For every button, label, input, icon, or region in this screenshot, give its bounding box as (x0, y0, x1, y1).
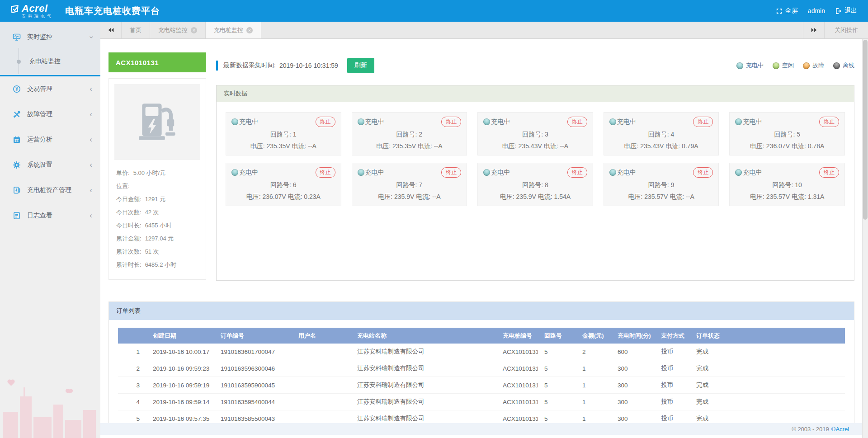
sidebar-item-label: 充电桩资产管理 (27, 186, 90, 194)
legend-label: 离线 (843, 61, 854, 70)
sidebar-item-operation-analysis[interactable]: 运营分析‹ (0, 127, 100, 152)
orders-cell: 2 (118, 360, 146, 377)
sidebar-item-transaction-mgmt[interactable]: ¥交易管理‹ (0, 76, 100, 102)
legend-label: 故障 (812, 61, 824, 70)
asset-icon (13, 186, 21, 194)
circuit-status-label: 充电中 (617, 118, 636, 126)
terminate-button[interactable]: 终止 (567, 117, 587, 127)
terminate-button[interactable]: 终止 (316, 167, 335, 178)
circuit-status-label: 充电中 (239, 118, 258, 126)
orders-cell: 江苏安科瑞制造有限公司 (350, 360, 496, 377)
station-id-header: ACX1010131 (108, 52, 206, 72)
stat-value: 6455 小时 (145, 219, 172, 232)
brand-link[interactable]: ©Acrel (831, 426, 849, 433)
circuit-status-label: 充电中 (365, 118, 384, 126)
station-info-box: 单价:5.00 小时/元位置:今日金额:1291 元今日次数:42 次今日时长:… (108, 78, 206, 280)
circuit-number: 回路号: 10 (735, 181, 839, 189)
orders-table: 创建日期订单编号用户名充电站名称充电桩编号回路号金额(元)充电时间(分)支付方式… (118, 328, 845, 423)
tabs-scroll-right-button[interactable] (803, 22, 824, 38)
orders-cell: 完成 (689, 360, 845, 377)
circuit-voltage-current: 电压: 235.57V 电流: 1.31A (735, 193, 839, 201)
terminate-button[interactable]: 终止 (693, 117, 713, 127)
orders-column-header: 回路号 (538, 328, 576, 344)
circuit-status-label: 充电中 (239, 169, 258, 177)
orders-cell: 2019-10-16 09:59:19 (146, 377, 214, 394)
circuit-voltage-current: 电压: 236.07V 电流: 0.78A (735, 142, 839, 151)
orders-cell: 1910163595400044 (214, 394, 292, 410)
top-section: ACX1010131 (108, 52, 854, 281)
terminate-button[interactable]: 终止 (441, 117, 461, 127)
circuit-card-top: 充电中终止 (231, 167, 335, 178)
circuit-number: 回路号: 8 (483, 181, 587, 189)
sidebar-item-label: 实时监控 (27, 33, 90, 41)
sidebar-item-fault-mgmt[interactable]: 故障管理‹ (0, 102, 100, 127)
circuit-card-top: 充电中终止 (609, 167, 713, 178)
double-right-arrow-icon (811, 28, 817, 33)
charging-status-dot (609, 118, 616, 125)
terminate-button[interactable]: 终止 (567, 167, 587, 178)
circuit-card: 充电中终止回路号: 7电压: 235.9V 电流: --A (352, 163, 467, 206)
tab-label: 首页 (130, 26, 142, 34)
stat-label: 累计次数: (116, 245, 142, 258)
orders-cell: 2 (576, 344, 611, 360)
circuit-number: 回路号: 5 (735, 131, 839, 139)
username[interactable]: admin (808, 7, 825, 14)
orders-cell: ACX1010131 (496, 344, 538, 360)
stat-label: 累计时长: (116, 258, 142, 271)
fullscreen-button[interactable]: 全屏 (776, 7, 798, 15)
orders-cell: 5 (538, 344, 576, 360)
tabs-scroll-left-button[interactable] (100, 22, 122, 38)
station-stat-row: 今日金额:1291 元 (116, 193, 198, 206)
terminate-button[interactable]: 终止 (819, 167, 839, 178)
orders-cell: 江苏安科瑞制造有限公司 (350, 377, 496, 394)
terminate-button[interactable]: 终止 (693, 167, 713, 178)
legend-item: 充电中 (736, 61, 764, 70)
terminate-button[interactable]: 终止 (819, 117, 839, 127)
table-row: 32019-10-16 09:59:191910163595900045江苏安科… (118, 377, 845, 394)
copyright-text: © 2003 - 2019 (792, 426, 829, 433)
circuit-card: 充电中终止回路号: 6电压: 236.07V 电流: 0.23A (226, 163, 341, 206)
logout-button[interactable]: 退出 (835, 7, 857, 15)
sidebar-item-label: 系统设置 (27, 161, 90, 169)
circuit-voltage-current: 电压: 235.43V 电流: 0.79A (609, 142, 713, 151)
double-left-arrow-icon (108, 28, 114, 33)
tab-close-icon[interactable]: × (191, 27, 197, 33)
terminate-button[interactable]: 终止 (441, 167, 461, 178)
acrel-logo: Acrel 安科瑞电气 (10, 4, 53, 19)
timeline-dot (17, 60, 21, 64)
orders-column-header: 充电站名称 (350, 328, 496, 344)
log-icon (13, 212, 21, 220)
vertical-scrollbar[interactable] (862, 39, 868, 438)
sidebar-item-log-view[interactable]: 日志查看‹ (0, 203, 100, 228)
orders-cell (292, 394, 350, 410)
orders-cell: 1910163596300046 (214, 360, 292, 377)
circuit-number: 回路号: 6 (231, 181, 335, 189)
stat-label: 今日金额: (116, 193, 142, 206)
tab-home[interactable]: 首页 (122, 22, 150, 38)
close-operations-button[interactable]: 关闭操作 (824, 22, 868, 38)
circuit-card-top: 充电中终止 (358, 167, 462, 178)
logout-label: 退出 (844, 7, 857, 15)
circuit-number: 回路号: 1 (231, 131, 335, 139)
fullscreen-label: 全屏 (785, 7, 798, 15)
orders-cell: 600 (611, 344, 654, 360)
refresh-button[interactable]: 刷新 (347, 58, 374, 73)
legend-item: 故障 (803, 61, 824, 70)
legend-dot (736, 62, 743, 69)
tab-close-icon[interactable]: × (246, 27, 253, 33)
charging-status-dot (231, 118, 238, 125)
sidebar-group-realtime-monitor: 实时监控‹充电站监控 (0, 22, 100, 76)
sidebar-item-realtime-monitor[interactable]: 实时监控‹ (0, 24, 100, 50)
terminate-button[interactable]: 终止 (316, 117, 335, 127)
sidebar-item-system-settings[interactable]: 系统设置‹ (0, 152, 100, 178)
sidebar-item-pile-asset-mgmt[interactable]: 充电桩资产管理‹ (0, 178, 100, 203)
orders-cell: 5 (538, 360, 576, 377)
tab-station-monitor[interactable]: 充电站监控× (150, 22, 206, 38)
sidebar-subitem-station-monitor[interactable]: 充电站监控 (0, 50, 100, 73)
scrollbar-thumb[interactable] (863, 40, 868, 220)
tab-pile-monitor[interactable]: 充电桩监控× (206, 22, 261, 38)
circuit-card-top: 充电中终止 (735, 117, 839, 127)
orders-column-header: 用户名 (292, 328, 350, 344)
charging-status-dot (735, 118, 742, 125)
charging-status-dot (358, 118, 364, 125)
